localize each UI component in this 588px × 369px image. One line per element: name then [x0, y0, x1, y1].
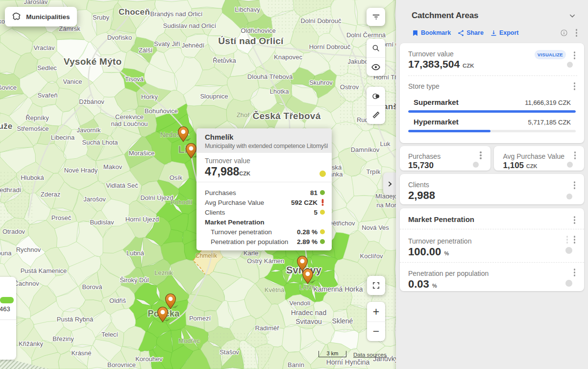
svg-text:Pustá Rybná: Pustá Rybná: [57, 316, 94, 323]
svg-text:Borová: Borová: [82, 283, 102, 291]
svg-text:Choceň: Choceň: [119, 7, 150, 17]
svg-text:Telecí: Telecí: [101, 331, 118, 338]
svg-text:Jehnědí: Jehnědí: [182, 42, 205, 49]
svg-text:LÁNY: LÁNY: [299, 284, 315, 291]
svg-text:Hluboká: Hluboká: [21, 174, 44, 181]
svg-text:Křižánky: Křižánky: [19, 340, 43, 347]
svg-text:Vanice: Vanice: [63, 78, 82, 85]
svg-text:Morašice: Morašice: [129, 149, 155, 157]
svg-text:Dlouhá Třebová: Dlouhá Třebová: [247, 73, 293, 80]
svg-text:Knapovec: Knapovec: [274, 53, 302, 61]
svg-text:Brandýs nad Orlicí: Brandýs nad Orlicí: [150, 10, 203, 18]
svg-text:Modřec: Modřec: [178, 337, 200, 344]
svg-text:Borovnice: Borovnice: [107, 361, 136, 369]
svg-text:ko: ko: [0, 18, 5, 25]
svg-text:Luk: Luk: [380, 140, 391, 148]
svg-text:Nové Hrady: Nové Hrady: [64, 167, 98, 174]
svg-text:Řepníky: Řepníky: [25, 114, 49, 122]
svg-text:Osík: Osík: [170, 174, 183, 181]
svg-text:Pustá Kamenice: Pustá Kamenice: [21, 267, 67, 274]
svg-text:Česká Třebová: Česká Třebová: [252, 111, 320, 121]
svg-text:Trpík: Trpík: [366, 168, 381, 175]
svg-text:Horní Dobrouč: Horní Dobrouč: [309, 43, 351, 50]
svg-text:Banín: Banín: [288, 361, 304, 369]
svg-text:Svařeň: Svařeň: [37, 92, 57, 99]
svg-text:Chmelík: Chmelík: [196, 252, 218, 259]
svg-text:Sklené: Sklené: [332, 317, 353, 325]
svg-text:Sloupnice: Sloupnice: [200, 93, 228, 100]
svg-text:Otradov: Otradov: [2, 228, 25, 235]
svg-text:Korouhev: Korouhev: [135, 355, 163, 363]
svg-text:Vendolí: Vendolí: [289, 299, 311, 307]
svg-text:Oldřichovice: Oldřichovice: [241, 27, 276, 34]
svg-text:Sedlec: Sedlec: [37, 64, 57, 72]
svg-text:Vysoké Mýto: Vysoké Mýto: [64, 56, 122, 67]
svg-text:Damníkov: Damníkov: [351, 146, 380, 153]
svg-text:Sruby: Sruby: [93, 14, 109, 21]
svg-text:Ústí nad Orlicí: Ústí nad Orlicí: [218, 36, 284, 46]
svg-text:Leznik: Leznik: [154, 269, 173, 276]
svg-text:Zálší: Zálší: [139, 47, 153, 54]
svg-text:Střemošice: Střemošice: [17, 125, 49, 132]
svg-text:Kamenná Horka: Kamenná Horka: [313, 285, 363, 293]
svg-text:Sudislav nad Orlicí: Sudislav nad Orlicí: [163, 22, 217, 29]
svg-text:Džbánov: Džbánov: [79, 98, 104, 105]
svg-text:Březiny: Březiny: [52, 335, 74, 343]
svg-text:Proseč: Proseč: [51, 214, 72, 221]
svg-text:Koclířov: Koclířov: [360, 252, 383, 260]
svg-text:Květná: Květná: [265, 286, 285, 294]
svg-text:Horní Hynčina: Horní Hynčina: [326, 358, 370, 366]
svg-text:ouna: ouna: [0, 249, 12, 257]
svg-text:Bohuňovice: Bohuňovice: [145, 107, 178, 115]
svg-text:Dolní Dobrouč: Dolní Dobrouč: [300, 17, 342, 25]
svg-text:Tisová: Tisová: [125, 75, 144, 83]
svg-text:Budislav: Budislav: [90, 219, 114, 226]
svg-text:Oldřiš: Oldřiš: [109, 297, 126, 304]
svg-text:Nová Ves: Nová Ves: [362, 224, 389, 231]
svg-text:Svitavou: Svitavou: [295, 318, 322, 325]
svg-text:Pohodlí: Pohodlí: [171, 198, 192, 206]
svg-text:išovice: išovice: [0, 84, 17, 91]
svg-text:Zderaz: Zderaz: [41, 191, 60, 198]
svg-text:uže: uže: [0, 122, 13, 131]
svg-text:nad Loučnou: nad Loučnou: [111, 120, 147, 127]
svg-text:Ostrov: Ostrov: [340, 83, 359, 91]
svg-text:Jarošov: Jarošov: [83, 196, 106, 203]
svg-text:Libchavy: Libchavy: [235, 6, 260, 13]
svg-text:Dolní Újezd: Dolní Újezd: [140, 194, 173, 201]
svg-text:Svatý Jiří: Svatý Jiří: [154, 40, 180, 48]
svg-text:Řetůvka: Řetůvka: [213, 57, 236, 64]
svg-text:Horky: Horky: [141, 93, 158, 100]
svg-text:Horní Újezd: Horní Újezd: [125, 216, 159, 223]
svg-text:ředhradí: ředhradí: [0, 186, 22, 194]
svg-text:Skuhrov: Skuhrov: [309, 79, 333, 86]
svg-text:Široký Důl: Široký Důl: [120, 276, 148, 284]
svg-text:Vidlatá Seč: Vidlatá Seč: [106, 182, 138, 189]
svg-text:Karle: Karle: [244, 249, 258, 257]
svg-text:Vraclav: Vraclav: [34, 44, 55, 51]
svg-text:Rychnov: Rychnov: [16, 246, 41, 253]
svg-text:Čachnov: Čachnov: [14, 280, 39, 287]
svg-text:Jaroslav: Jaroslav: [24, 0, 48, 5]
svg-text:Krásné: Krásné: [71, 349, 91, 357]
svg-text:Stašov: Stašov: [220, 348, 239, 356]
svg-text:Dětřichov: Dětřichov: [328, 220, 355, 227]
svg-text:Hradec nad: Hradec nad: [291, 309, 326, 317]
svg-text:Makov: Makov: [103, 163, 122, 171]
svg-text:Libecina: Libecina: [51, 134, 75, 141]
svg-text:Radiměř: Radiměř: [255, 324, 279, 332]
svg-text:Cerekvice: Cerekvice: [115, 113, 144, 121]
svg-text:Dolní Čermná: Dolní Čermná: [346, 31, 386, 39]
svg-text:Dvořisko: Dvořisko: [107, 34, 132, 41]
svg-text:Lubná: Lubná: [126, 249, 145, 257]
svg-text:Ostrý Kámen: Ostrý Kámen: [247, 257, 284, 265]
svg-text:Zhoř: Zhoř: [237, 111, 250, 119]
svg-text:Javorník: Javorník: [76, 126, 101, 134]
svg-text:Pomezí: Pomezí: [189, 315, 211, 322]
svg-text:Lhotka: Lhotka: [270, 88, 289, 95]
svg-text:Suchá Lhota: Suchá Lhota: [82, 139, 118, 146]
